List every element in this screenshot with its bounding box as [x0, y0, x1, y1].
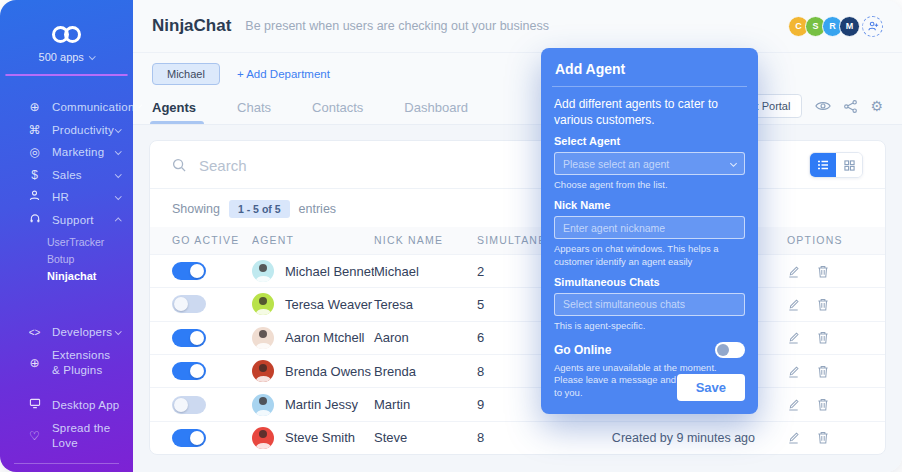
sidebar-item-ninjachat[interactable]: Ninjachat: [47, 268, 133, 285]
select-agent-dropdown[interactable]: Please select an agent: [554, 152, 745, 175]
created-label: Created by 9 minutes ago: [599, 431, 761, 445]
delete-icon[interactable]: [817, 265, 829, 278]
search-icon: [172, 158, 187, 173]
table-row: Teresa Weaver Teresa 5: [150, 287, 885, 320]
sidebar-item-support[interactable]: Support: [0, 209, 133, 232]
main-panel: NinjaChat Be present when users are chec…: [133, 0, 902, 472]
sidebar-item-hr[interactable]: HR: [0, 186, 133, 209]
simultaneous-chats-label: Simultaneous Chats: [554, 276, 745, 288]
select-agent-label: Select Agent: [554, 135, 745, 147]
all-apps-pill[interactable]: All Apps: [6, 74, 66, 76]
department-chip-michael[interactable]: Michael: [152, 63, 220, 85]
delete-icon[interactable]: [817, 365, 829, 378]
tab-agents[interactable]: Agents: [152, 100, 196, 124]
dollar-icon: $: [27, 168, 42, 182]
go-online-toggle[interactable]: [715, 342, 745, 358]
save-button[interactable]: Save: [677, 374, 745, 401]
sidebar-item-desktop-app[interactable]: Desktop App: [0, 394, 133, 417]
agent-name: Martin Jessy: [285, 397, 358, 412]
person-plus-icon: [867, 20, 879, 32]
nick-name-label: Nick Name: [554, 199, 745, 211]
team-avatars: C S R M: [792, 16, 883, 37]
edit-icon[interactable]: [787, 265, 800, 278]
my-apps-pill[interactable]: My Apps: [66, 74, 127, 76]
col-go-active: GO ACTIVE: [172, 234, 252, 246]
share-icon[interactable]: [844, 100, 857, 113]
nick-name: Aaron: [374, 330, 477, 345]
grid-view-button[interactable]: [836, 153, 862, 177]
simultaneous-chats-help: This is agent-specific.: [554, 320, 745, 333]
page-subtitle: Be present when users are checking out y…: [245, 19, 549, 33]
edit-icon[interactable]: [787, 331, 800, 344]
table-header: GO ACTIVE AGENT NICK NAME SIMULTANEOUS C…: [150, 227, 885, 254]
edit-icon[interactable]: [787, 365, 800, 378]
agent-avatar: [252, 427, 274, 449]
table-row: Martin Jessy Martin 9: [150, 387, 885, 420]
nick-name: Teresa: [374, 297, 477, 312]
nick-name: Michael: [374, 264, 477, 279]
tab-contacts[interactable]: Contacts: [312, 100, 363, 124]
sidebar-item-productivity[interactable]: ⌘ Productivity: [0, 119, 133, 142]
edit-icon[interactable]: [787, 298, 800, 311]
agent-avatar: [252, 327, 274, 349]
code-icon: <>: [27, 327, 42, 338]
simultaneous-chats-dropdown[interactable]: Select simultaneous chats: [554, 293, 745, 316]
nick-name-help: Appears on chat windows. This helps a cu…: [554, 243, 745, 269]
tab-dashboard[interactable]: Dashboard: [404, 100, 468, 124]
modal-title: Add Agent: [554, 48, 745, 86]
edit-icon[interactable]: [787, 431, 800, 444]
person-icon: [27, 190, 42, 204]
simultaneous-chats: 8: [477, 430, 599, 445]
delete-icon[interactable]: [817, 431, 829, 444]
monitor-icon: [27, 398, 42, 412]
sidebar-item-communications[interactable]: ⊕ Communications: [0, 96, 133, 119]
row-toggle[interactable]: [172, 362, 206, 380]
row-toggle[interactable]: [172, 262, 206, 280]
agent-avatar: [252, 394, 274, 416]
support-submenu: UserTracker Botup Ninjachat: [0, 234, 133, 285]
agent-name: Michael Bennett: [285, 264, 374, 279]
chevron-down-icon: [730, 160, 737, 167]
agent-name: Brenda Owens: [285, 364, 371, 379]
target-icon: ◎: [27, 145, 42, 159]
settings-gear-icon[interactable]: ⚙: [870, 98, 883, 114]
delete-icon[interactable]: [817, 331, 829, 344]
sidebar-item-extensions-plugins[interactable]: ⊕ Extensions & Plugins: [0, 344, 133, 382]
sidebar-item-sales[interactable]: $ Sales: [0, 164, 133, 187]
sidebar-item-developers[interactable]: <> Developers: [0, 321, 133, 344]
go-online-label: Go Online: [554, 343, 611, 357]
list-view-button[interactable]: [810, 153, 836, 177]
row-toggle[interactable]: [172, 396, 206, 414]
sidebar: 500 apps All Apps My Apps ⊕ Communicatio…: [0, 0, 133, 472]
topbar: NinjaChat Be present when users are chec…: [133, 0, 902, 53]
sidebar-item-usertracker[interactable]: UserTracker: [47, 234, 133, 251]
sidebar-item-spread-the-love[interactable]: ♡ Spread the Love: [0, 417, 133, 455]
add-department-link[interactable]: + Add Department: [237, 68, 330, 80]
col-options: OPTIONS: [761, 234, 863, 246]
add-agent-modal: Add Agent Add different agents to cater …: [541, 48, 758, 414]
row-toggle[interactable]: [172, 329, 206, 347]
row-toggle[interactable]: [172, 295, 206, 313]
col-agent: AGENT: [252, 234, 374, 246]
agent-name: Teresa Weaver: [285, 297, 372, 312]
apps-count-dropdown[interactable]: 500 apps: [0, 51, 133, 63]
edit-icon[interactable]: [787, 398, 800, 411]
agents-card: Showing 1 - 5 of 5 entries GO ACTIVE AGE…: [149, 140, 886, 455]
add-member-button[interactable]: [862, 16, 883, 37]
sidebar-item-botup[interactable]: Botup: [47, 251, 133, 268]
row-toggle[interactable]: [172, 429, 206, 447]
nick-name-input[interactable]: [563, 222, 736, 234]
plugin-icon: ⊕: [27, 356, 42, 370]
delete-icon[interactable]: [817, 298, 829, 311]
avatar[interactable]: M: [839, 16, 860, 37]
agent-avatar: [252, 293, 274, 315]
globe-icon: ⊕: [27, 100, 42, 114]
nick-name: Martin: [374, 397, 477, 412]
sidebar-footer: ✎ ⚙: [0, 455, 133, 472]
eye-icon[interactable]: [815, 100, 831, 112]
sidebar-item-marketing[interactable]: ◎ Marketing: [0, 141, 133, 164]
delete-icon[interactable]: [817, 398, 829, 411]
table-row: Brenda Owens Brenda 8: [150, 354, 885, 387]
command-icon: ⌘: [27, 123, 42, 137]
tab-chats[interactable]: Chats: [237, 100, 271, 124]
